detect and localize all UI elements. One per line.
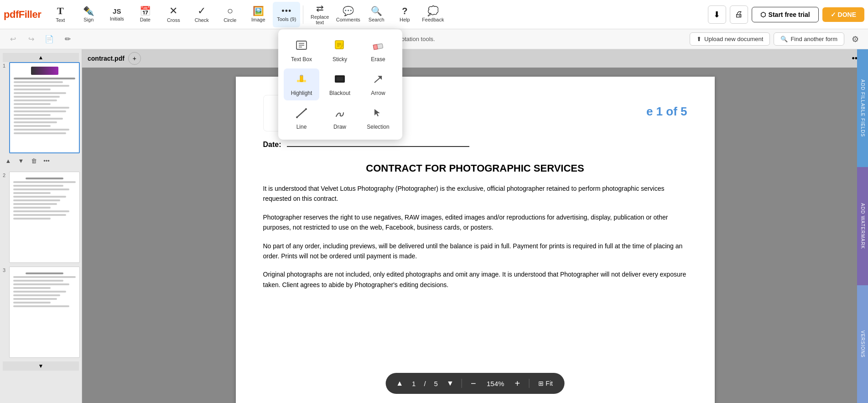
- top-toolbar: pdfFiller T Text ✒️ Sign JS Initials 📅 D…: [0, 0, 868, 29]
- divider-2: [529, 379, 529, 388]
- sticky-label: Sticky: [333, 56, 347, 63]
- dropdown-selection[interactable]: Selection: [360, 102, 396, 134]
- download-button[interactable]: ⬇: [708, 5, 726, 24]
- fit-button[interactable]: ⊞ Fit: [534, 378, 557, 389]
- thumb-image-1[interactable]: [9, 62, 80, 153]
- done-button[interactable]: ✓ DONE: [822, 7, 864, 22]
- upload-button[interactable]: ⬆ Upload new document: [690, 32, 770, 46]
- dropdown-sticky[interactable]: Sticky: [322, 35, 358, 67]
- blackout-icon: [333, 73, 346, 88]
- next-page-button[interactable]: ▼: [443, 377, 457, 390]
- sidebar-scroll-up[interactable]: ▲: [3, 53, 79, 62]
- trial-icon: ⬡: [760, 11, 766, 18]
- tool-text[interactable]: T Text: [47, 2, 74, 27]
- arrow-label: Arrow: [371, 90, 385, 96]
- date-icon: 📅: [140, 6, 151, 16]
- dropdown-arrow[interactable]: Arrow: [360, 68, 396, 100]
- page-view-button[interactable]: 📄: [42, 32, 57, 47]
- find-form-icon: 🔍: [780, 36, 788, 42]
- tool-date[interactable]: 📅 Date: [131, 2, 159, 27]
- svg-rect-11: [300, 75, 303, 82]
- thumb-image-2[interactable]: [9, 172, 80, 263]
- contract-paragraph-2: Photographer reserves the right to use n…: [263, 212, 687, 233]
- versions-tab[interactable]: VERSIONS: [857, 285, 868, 403]
- dropdown-text-box[interactable]: Text Box: [284, 35, 319, 67]
- tool-feedback[interactable]: 💭 Feedback: [419, 2, 447, 27]
- draw-label: Draw: [333, 124, 346, 130]
- thumbnail-sidebar[interactable]: ▲ 1: [0, 49, 82, 403]
- find-form-button[interactable]: 🔍 Find another form: [774, 32, 844, 46]
- circle-label: Circle: [223, 17, 236, 23]
- tool-initials[interactable]: JS Initials: [103, 2, 130, 27]
- line-icon: [295, 106, 308, 122]
- search-icon: 🔍: [371, 6, 382, 16]
- blackout-label: Blackout: [329, 90, 350, 96]
- dropdown-line[interactable]: Line: [284, 102, 319, 134]
- dropdown-draw[interactable]: Draw: [322, 102, 358, 134]
- page-current: 1: [409, 380, 418, 387]
- prev-page-button[interactable]: ▲: [393, 377, 406, 390]
- text-box-icon: [295, 39, 308, 54]
- trial-button[interactable]: ⬡ Start free trial: [752, 7, 819, 22]
- image-label: Image: [251, 17, 265, 22]
- dropdown-highlight[interactable]: Highlight: [284, 68, 319, 100]
- done-label: ✓ DONE: [831, 11, 856, 18]
- divider-1: [462, 379, 462, 388]
- thumb-next-1[interactable]: ▼: [16, 155, 26, 166]
- undo-button[interactable]: ↩: [5, 32, 20, 47]
- tool-replace-text[interactable]: ⇄ Replace text: [306, 2, 333, 27]
- fillable-fields-tab[interactable]: ADD FILLABLE FIELDS: [857, 49, 868, 167]
- dropdown-erase[interactable]: Erase: [360, 35, 396, 67]
- tool-check[interactable]: ✓ Check: [188, 2, 215, 27]
- tool-sign[interactable]: ✒️ Sign: [75, 2, 102, 27]
- tool-search[interactable]: 🔍 Search: [363, 2, 390, 27]
- highlight-icon: [295, 73, 308, 88]
- tools-dropdown: Text Box Sticky Erase: [278, 29, 402, 140]
- erase-label: Erase: [371, 56, 385, 63]
- initials-label: Initials: [110, 16, 124, 21]
- contract-paragraph-1: It is understood that Velvet Lotus Photo…: [263, 183, 687, 204]
- tool-image[interactable]: 🖼️ Image: [244, 2, 272, 27]
- main-area: ▲ 1: [0, 49, 868, 403]
- date-label: Date:: [263, 141, 281, 148]
- dropdown-blackout[interactable]: Blackout: [322, 68, 358, 100]
- thumb-image-3[interactable]: [9, 267, 80, 358]
- pdf-tab-bar: contract.pdf + •••: [82, 49, 868, 68]
- tool-tools[interactable]: ••• Tools (9): [273, 2, 300, 27]
- contract-title: CONTRACT FOR PHOTOGRAPHIC SERVICES: [263, 162, 687, 174]
- watermark-tab[interactable]: ADD WATERMARK: [857, 167, 868, 285]
- bottom-navigation-bar: ▲ 1 / 5 ▼ − 154% + ⊞ Fit: [385, 373, 565, 394]
- thumb-prev-1[interactable]: ▲: [3, 155, 14, 166]
- trial-label: Start free trial: [769, 11, 810, 18]
- erase-icon: [372, 39, 385, 54]
- search-label: Search: [369, 17, 385, 22]
- thumb-delete-1[interactable]: 🗑: [28, 155, 39, 166]
- print-button[interactable]: 🖨: [730, 5, 748, 24]
- zoom-in-button[interactable]: +: [510, 377, 524, 390]
- svg-rect-13: [335, 75, 345, 83]
- sidebar-scroll-down[interactable]: ▼: [3, 361, 79, 371]
- svg-rect-12: [301, 75, 302, 76]
- download-icon: ⬇: [713, 10, 720, 20]
- tool-comments[interactable]: 💬 Comments: [334, 2, 362, 27]
- help-label: Help: [400, 17, 410, 22]
- tool-cross[interactable]: ✕ Cross: [160, 2, 187, 27]
- redo-button[interactable]: ↪: [24, 32, 38, 47]
- settings-button[interactable]: ⚙: [848, 32, 863, 47]
- feedback-icon: 💭: [427, 6, 439, 16]
- tool-circle[interactable]: ○ Circle: [216, 2, 244, 27]
- text-label: Text: [56, 17, 65, 23]
- edit-page-button[interactable]: ✏: [60, 32, 75, 47]
- svg-point-18: [296, 116, 298, 118]
- add-page-button[interactable]: +: [128, 52, 141, 65]
- text-icon: T: [57, 6, 64, 16]
- zoom-out-button[interactable]: −: [467, 377, 480, 390]
- check-label: Check: [195, 17, 209, 23]
- sign-icon: ✒️: [83, 6, 94, 16]
- fit-label: Fit: [546, 380, 553, 387]
- logo[interactable]: pdfFiller: [4, 9, 41, 21]
- page-indicator: e 1 of 5: [646, 104, 687, 119]
- cross-icon: ✕: [169, 6, 177, 16]
- thumb-more-1[interactable]: •••: [41, 155, 52, 166]
- tool-help[interactable]: ? Help: [391, 2, 418, 27]
